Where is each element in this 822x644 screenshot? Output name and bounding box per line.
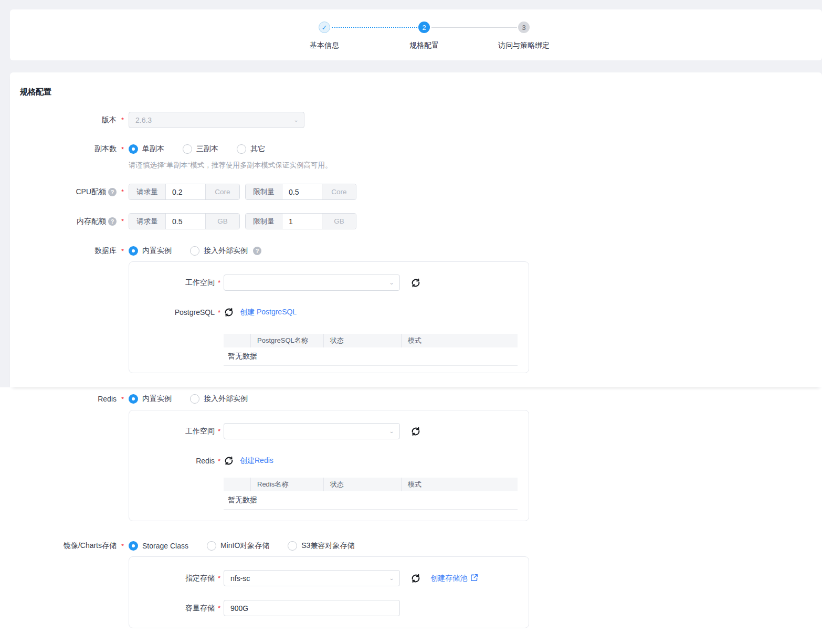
storage-panel: 指定存储 * nfs-sc ⌄ 创建存储池 容量存储 * xyxy=(129,556,529,628)
replicas-row: 副本数 * 单副本 三副本 其它 xyxy=(10,144,822,154)
required-asterisk: * xyxy=(215,574,224,582)
redis-option-external[interactable]: 接入外部实例 xyxy=(190,394,248,404)
table-empty-row: 暂无数据 xyxy=(224,491,518,510)
required-asterisk: * xyxy=(215,604,224,612)
required-asterisk: * xyxy=(117,247,129,255)
storage-class-select[interactable]: nfs-sc ⌄ xyxy=(224,570,400,586)
redis-panel: 工作空间 * ⌄ Redis * xyxy=(129,410,529,521)
database-option-builtin[interactable]: 内置实例 xyxy=(129,246,172,256)
storage-label: 镜像/Charts存储 xyxy=(10,541,117,551)
table-empty-row: 暂无数据 xyxy=(224,347,518,366)
memory-request-input[interactable] xyxy=(166,214,205,229)
radio-icon[interactable] xyxy=(190,246,199,256)
postgresql-row: PostgreSQL * 创建 PostgreSQL xyxy=(129,307,529,318)
database-row: 数据库 * 内置实例 接入外部实例 ? xyxy=(10,246,822,256)
radio-label: 接入外部实例 xyxy=(204,394,248,404)
memory-request-group: 请求量 GB xyxy=(129,213,240,229)
version-select[interactable]: 2.6.3 ⌄ xyxy=(129,112,304,128)
memory-quota-label: 内存配额 ? xyxy=(10,217,117,226)
cpu-unit-suffix: Core xyxy=(205,184,239,199)
cpu-limit-input[interactable] xyxy=(282,184,322,199)
required-asterisk: * xyxy=(117,217,129,225)
database-label: 数据库 xyxy=(10,246,117,256)
radio-selected-icon[interactable] xyxy=(129,246,138,256)
storage-option-storageclass[interactable]: Storage Class xyxy=(129,541,188,551)
storage-option-s3[interactable]: S3兼容对象存储 xyxy=(288,541,354,551)
workspace-label: 工作空间 xyxy=(129,278,215,288)
cpu-quota-label: CPU配额 ? xyxy=(10,187,117,197)
radio-icon[interactable] xyxy=(183,144,192,154)
radio-icon[interactable] xyxy=(190,394,199,404)
radio-icon[interactable] xyxy=(207,541,216,551)
header-cell-status: 状态 xyxy=(323,478,401,491)
create-storage-pool-link[interactable]: 创建存储池 xyxy=(430,574,478,583)
replicas-option-single[interactable]: 单副本 xyxy=(129,144,164,154)
header-cell-mode: 模式 xyxy=(401,334,518,347)
memory-unit-suffix: GB xyxy=(322,214,356,229)
help-icon[interactable]: ? xyxy=(108,217,117,226)
header-cell-name: PostgreSQL名称 xyxy=(250,334,323,347)
radio-label: Storage Class xyxy=(142,542,188,550)
cpu-limit-group: 限制量 Core xyxy=(245,184,356,200)
refresh-icon[interactable] xyxy=(224,456,234,466)
redis-table: Redis名称 状态 模式 暂无数据 xyxy=(224,478,518,510)
request-prefix: 请求量 xyxy=(129,214,166,229)
help-icon[interactable]: ? xyxy=(108,188,117,196)
step-1-label[interactable]: 基本信息 xyxy=(310,41,339,50)
replicas-label: 副本数 xyxy=(10,144,117,154)
header-cell-name: Redis名称 xyxy=(250,478,323,491)
version-select-value: 2.6.3 xyxy=(135,116,152,124)
lower-section: Redis * 内置实例 接入外部实例 工作空间 * ⌄ xyxy=(0,387,822,644)
database-panel: 工作空间 * ⌄ PostgreSQL * xyxy=(129,261,529,373)
page-title: 规格配置 xyxy=(20,87,822,97)
required-asterisk: * xyxy=(215,457,224,465)
redis-option-builtin[interactable]: 内置实例 xyxy=(129,394,172,404)
radio-selected-icon[interactable] xyxy=(129,541,138,551)
radio-selected-icon[interactable] xyxy=(129,394,138,404)
workspace-row: 工作空间 * ⌄ xyxy=(129,275,529,291)
required-asterisk: * xyxy=(215,427,224,435)
database-option-external[interactable]: 接入外部实例 xyxy=(190,246,248,256)
page-top-gap xyxy=(0,0,822,9)
stepper: ✓ 2 3 基本信息 规格配置 访问与策略绑定 xyxy=(10,9,822,60)
version-label: 版本 xyxy=(10,115,117,125)
radio-icon[interactable] xyxy=(288,541,297,551)
storage-capacity-input[interactable] xyxy=(224,600,400,616)
help-icon[interactable]: ? xyxy=(253,247,261,255)
limit-prefix: 限制量 xyxy=(246,214,282,229)
radio-label: 内置实例 xyxy=(142,246,172,256)
required-asterisk: * xyxy=(117,395,129,403)
required-asterisk: * xyxy=(215,309,224,316)
create-redis-link[interactable]: 创建Redis xyxy=(240,456,273,466)
refresh-icon[interactable] xyxy=(410,426,421,437)
redis-resource-label: Redis xyxy=(129,457,215,465)
step-2-label[interactable]: 规格配置 xyxy=(409,41,439,50)
replicas-option-triple[interactable]: 三副本 xyxy=(183,144,218,154)
redis-label: Redis xyxy=(10,395,117,403)
refresh-icon[interactable] xyxy=(410,573,421,584)
step-3-label[interactable]: 访问与策略绑定 xyxy=(498,41,550,50)
radio-label: S3兼容对象存储 xyxy=(301,541,354,551)
storage-class-label: 指定存储 xyxy=(129,574,215,583)
radio-icon[interactable] xyxy=(237,144,246,154)
external-link-icon xyxy=(470,574,478,582)
postgresql-table: PostgreSQL名称 状态 模式 暂无数据 xyxy=(224,334,518,366)
workspace-select[interactable]: ⌄ xyxy=(224,423,400,439)
radio-label: 其它 xyxy=(250,144,265,154)
memory-limit-input[interactable] xyxy=(282,214,322,229)
storage-option-minio[interactable]: MinIO对象存储 xyxy=(207,541,269,551)
radio-selected-icon[interactable] xyxy=(129,144,138,154)
replicas-option-other[interactable]: 其它 xyxy=(237,144,265,154)
workspace-select[interactable]: ⌄ xyxy=(224,275,400,291)
required-asterisk: * xyxy=(117,188,129,196)
header-cell-status: 状态 xyxy=(323,334,401,347)
refresh-icon[interactable] xyxy=(224,307,234,318)
version-row: 版本 * 2.6.3 ⌄ xyxy=(10,112,822,128)
refresh-icon[interactable] xyxy=(410,278,421,288)
create-postgresql-link[interactable]: 创建 PostgreSQL xyxy=(240,308,297,317)
step-3-number: 3 xyxy=(522,24,525,31)
cpu-request-input[interactable] xyxy=(166,184,205,199)
storage-row: 镜像/Charts存储 * Storage Class MinIO对象存储 S3… xyxy=(10,541,822,551)
header-cell-mode: 模式 xyxy=(401,478,518,491)
header-cell-empty xyxy=(224,478,250,491)
